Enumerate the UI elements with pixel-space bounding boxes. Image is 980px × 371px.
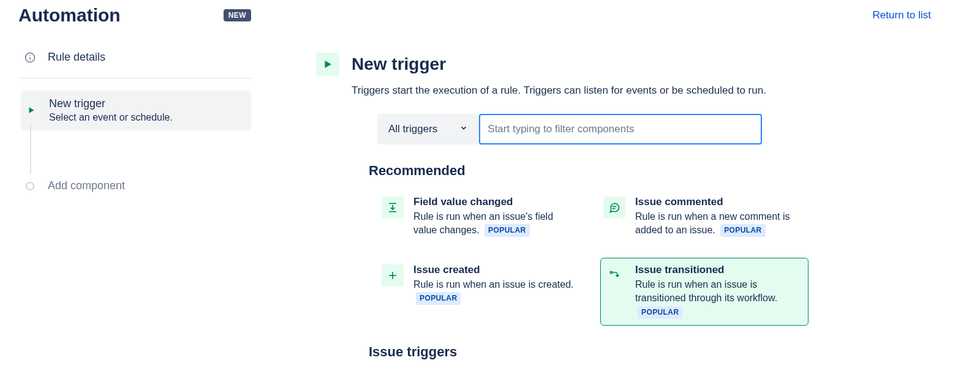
workflow-icon [603, 264, 625, 287]
section-header-recommended: Recommended [369, 163, 943, 179]
card-description: Rule is run when an issue is transitione… [635, 278, 799, 319]
main-description: Triggers start the execution of a rule. … [352, 84, 943, 97]
sidebar-item-rule-details[interactable]: Rule details [21, 45, 251, 78]
popular-badge: POPULAR [484, 224, 529, 237]
plus-icon [382, 264, 404, 287]
main-title: New trigger [352, 54, 446, 74]
trigger-card-field-value-changed[interactable]: Field value changed Rule is run when an … [379, 190, 587, 244]
component-filter-input[interactable] [479, 114, 762, 144]
sidebar-add-component[interactable]: Add component [21, 172, 251, 200]
trigger-chip-icon [316, 53, 339, 76]
sidebar-item-label: Add component [48, 179, 125, 193]
popular-badge: POPULAR [638, 306, 682, 319]
card-description: Rule is run when an issue is created. PO… [413, 278, 578, 305]
sidebar-item-label: Rule details [48, 50, 105, 64]
svg-point-11 [610, 271, 612, 273]
card-title: Issue commented [635, 195, 799, 209]
step-connector-line [30, 124, 31, 174]
popular-badge: POPULAR [720, 224, 765, 237]
trigger-card-issue-commented[interactable]: Issue commented Rule is run when a new c… [600, 190, 809, 244]
section-header-issue-triggers: Issue triggers [369, 344, 943, 360]
trigger-card-issue-transitioned[interactable]: Issue transitioned Rule is run when an i… [600, 258, 809, 326]
select-value: All triggers [388, 123, 437, 135]
trigger-card-issue-created[interactable]: Issue created Rule is run when an issue … [379, 258, 587, 326]
recommended-cards: Field value changed Rule is run when an … [379, 190, 943, 326]
svg-point-3 [26, 182, 34, 190]
svg-point-2 [29, 55, 31, 56]
main-panel: New trigger Triggers start the execution… [257, 45, 980, 371]
card-title: Issue transitioned [635, 263, 799, 277]
page-title: Automation [18, 5, 121, 26]
return-to-list-link[interactable]: Return to list [873, 9, 962, 21]
sidebar-step-new-trigger[interactable]: New trigger Select an event or schedule. [21, 91, 251, 130]
circle-icon [23, 179, 37, 193]
comment-icon [603, 197, 625, 219]
card-title: Issue created [413, 263, 578, 277]
rule-sidebar: Rule details New trigger Select an event… [0, 45, 257, 371]
sidebar-step-subtitle: Select an event or schedule. [49, 111, 173, 124]
card-title: Field value changed [413, 195, 578, 209]
download-underline-icon [382, 197, 404, 219]
card-description: Rule is run when an issue's field value … [413, 210, 578, 238]
info-icon [23, 51, 37, 64]
sidebar-step-title: New trigger [49, 97, 173, 111]
trigger-category-select[interactable]: All triggers [377, 114, 479, 144]
page-header: Automation NEW Return to list [0, 0, 980, 26]
popular-badge: POPULAR [416, 292, 461, 305]
chevron-down-icon [459, 123, 468, 135]
card-description: Rule is run when a new comment is added … [635, 210, 799, 238]
new-badge: NEW [224, 9, 252, 21]
play-icon [24, 103, 38, 117]
